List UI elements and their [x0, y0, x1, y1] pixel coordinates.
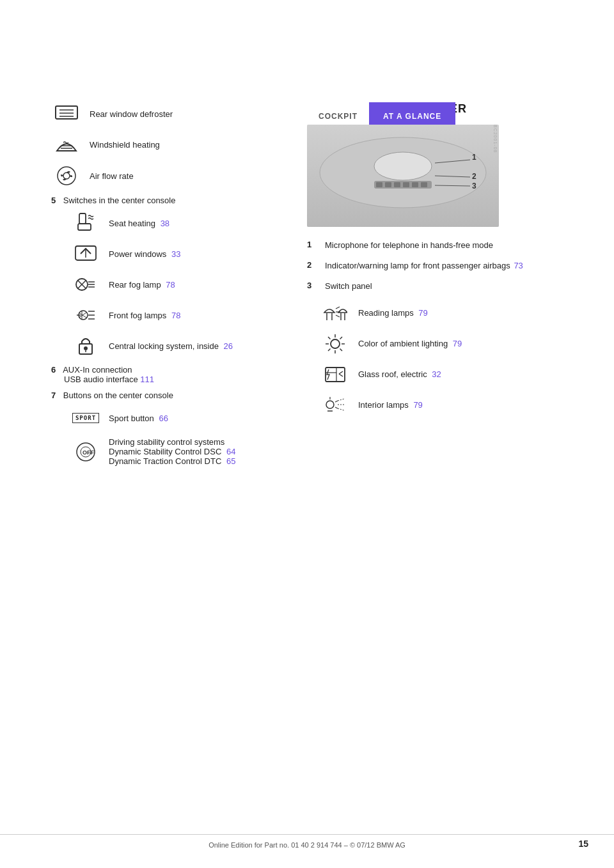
- list-item: Power windows 33: [70, 242, 275, 265]
- svg-line-59: [340, 337, 343, 339]
- svg-rect-35: [394, 182, 400, 187]
- svg-text:3: 3: [472, 182, 476, 190]
- section-5-items: Seat heating 38 Power windows: [51, 212, 275, 357]
- power-windows-label: Power windows 33: [109, 249, 180, 259]
- svg-line-47: [336, 307, 340, 309]
- svg-text:1: 1: [472, 153, 476, 162]
- seat-heating-label: Seat heating 38: [109, 219, 169, 228]
- svg-line-57: [328, 337, 331, 339]
- rear-window-icon: [51, 104, 82, 124]
- svg-rect-34: [385, 182, 391, 187]
- svg-rect-36: [403, 182, 409, 187]
- switch-panel-items: Reading lamps 79: [307, 302, 595, 417]
- front-fog-label: Front fog lamps 78: [109, 311, 180, 320]
- interior-lamps-label: Interior lamps 79: [358, 400, 423, 410]
- reading-lamps-label: Reading lamps 79: [358, 308, 428, 318]
- svg-rect-0: [56, 106, 77, 119]
- page-number: 15: [578, 839, 588, 849]
- interior-lamps-icon: [320, 396, 350, 415]
- item-3-desc: Switch panel: [325, 281, 372, 292]
- svg-line-60: [328, 348, 331, 351]
- front-fog-icon: [70, 305, 101, 325]
- ambient-lighting-icon: [320, 333, 350, 355]
- svg-line-67: [335, 401, 338, 402]
- list-item: 3 Switch panel: [307, 281, 595, 292]
- list-item: Air flow rate: [51, 164, 275, 188]
- rear-window-label: Rear window defroster: [90, 109, 173, 119]
- left-column: Rear window defroster Windshield heating: [0, 89, 294, 486]
- svg-rect-8: [79, 213, 86, 224]
- ambient-lighting-label: Color of ambient lighting 79: [358, 339, 462, 348]
- central-locking-label: Central locking system, inside 26: [109, 341, 233, 351]
- central-locking-icon: [70, 335, 101, 357]
- right-column: AROUND THE HEADLINER: [294, 89, 614, 486]
- section-7-header: 7 Buttons on the center console: [51, 391, 275, 400]
- svg-line-71: [338, 408, 344, 410]
- section-5-header: 5 Switches in the center console: [51, 196, 275, 205]
- section-6-header: 6 AUX-In connection USB audio interface …: [51, 365, 275, 384]
- at-a-glance-tab-label: AT A GLANCE: [383, 112, 441, 121]
- svg-rect-33: [376, 182, 382, 187]
- headliner-image: 1 2 3 BC2001-08: [307, 125, 499, 227]
- list-item: Reading lamps 79: [320, 302, 595, 325]
- svg-point-52: [331, 339, 340, 348]
- list-item: OFF Driving stability control systems Dy…: [70, 437, 275, 466]
- svg-point-6: [58, 167, 75, 185]
- svg-rect-38: [421, 182, 427, 187]
- svg-line-68: [335, 407, 338, 408]
- list-item: Windshield heating: [51, 133, 275, 156]
- dsc-label: Driving stability control systems Dynami…: [109, 437, 235, 466]
- svg-text:2: 2: [472, 172, 476, 181]
- sport-button-label: Sport button 66: [109, 414, 168, 423]
- cockpit-tab-label: COCKPIT: [319, 112, 358, 121]
- svg-point-31: [374, 152, 432, 180]
- glass-roof-label: Glass roof, electric 32: [358, 369, 441, 379]
- content-area: Rear window defroster Windshield heating: [0, 0, 614, 486]
- item-2-desc: Indicator/warning lamp for front passeng…: [325, 260, 523, 272]
- windshield-icon: [51, 134, 82, 155]
- dsc-icon: OFF: [70, 440, 101, 464]
- svg-line-49: [336, 315, 340, 317]
- svg-point-7: [63, 173, 70, 179]
- rear-fog-label: Rear fog lamp 78: [109, 280, 175, 290]
- sport-button-icon: SPORT: [70, 413, 101, 423]
- list-item: 2 Indicator/warning lamp for front passe…: [307, 260, 595, 272]
- list-item: Central locking system, inside 26: [70, 334, 275, 357]
- seat-heating-icon: [70, 212, 101, 234]
- air-flow-rate-label: Air flow rate: [90, 171, 134, 181]
- list-item: Color of ambient lighting 79: [320, 332, 595, 355]
- page-container: COCKPIT AT A GLANCE Rear window defroste…: [0, 0, 614, 868]
- list-item: Front fog lamps 78: [70, 304, 275, 327]
- svg-text:OFF: OFF: [83, 449, 94, 456]
- power-windows-icon: [70, 244, 101, 264]
- airflow-icon: [51, 164, 82, 188]
- svg-point-24: [84, 346, 88, 350]
- footer: Online Edition for Part no. 01 40 2 914 …: [0, 834, 614, 849]
- svg-point-64: [326, 401, 334, 408]
- rear-fog-icon: [70, 274, 101, 295]
- list-item: Seat heating 38: [70, 212, 275, 235]
- list-item: 1 Microphone for telephone in hands-free…: [307, 240, 595, 251]
- windshield-heating-label: Windshield heating: [90, 140, 160, 150]
- svg-line-58: [340, 348, 343, 351]
- watermark: BC2001-08: [493, 125, 498, 153]
- list-item: Glass roof, electric 32: [320, 363, 595, 386]
- svg-rect-37: [412, 182, 418, 187]
- list-item: SPORT Sport button 66: [70, 407, 275, 430]
- item-1-desc: Microphone for telephone in hands-free m…: [325, 240, 493, 251]
- svg-rect-9: [78, 224, 91, 230]
- svg-line-69: [338, 399, 344, 401]
- list-item: Rear fog lamp 78: [70, 273, 275, 296]
- section-7-items: SPORT Sport button 66 OFF: [51, 407, 275, 466]
- reading-lamps-icon: [320, 304, 350, 323]
- glass-roof-icon: [320, 364, 350, 385]
- list-item: Interior lamps 79: [320, 394, 595, 417]
- list-item: Rear window defroster: [51, 102, 275, 125]
- footer-text: Online Edition for Part no. 01 40 2 914 …: [209, 841, 405, 849]
